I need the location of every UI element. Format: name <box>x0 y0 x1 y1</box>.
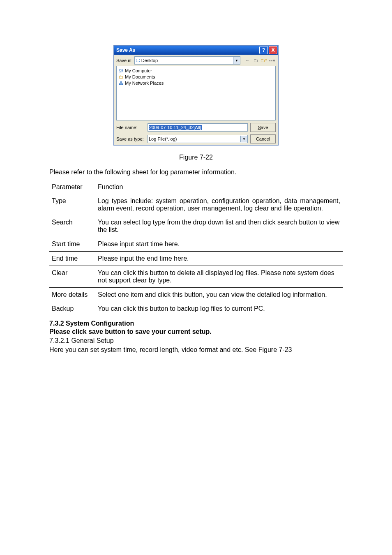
figure-caption: Figure 7-22 <box>49 154 343 161</box>
intro-text: Please refer to the following sheet for … <box>49 169 343 176</box>
close-icon[interactable]: X <box>269 46 277 54</box>
file-name-input[interactable]: 2009-07-10 11_24_32[All] <box>148 123 248 132</box>
list-item[interactable]: 🖧 My Network Places <box>118 80 274 86</box>
param-desc: Please input the end time here. <box>95 252 343 266</box>
save-as-dialog-container: Save As ? X Save in: 🖵 Desktop ▼ <box>49 45 343 146</box>
desktop-icon: 🖵 <box>136 58 140 63</box>
save-as-type-label: Save as type: <box>116 136 145 141</box>
param-desc: You can click this button to backup log … <box>95 302 343 316</box>
item-label: My Computer <box>125 68 152 73</box>
up-icon[interactable]: 🗀 <box>252 57 259 64</box>
file-browser[interactable]: 🖳 My Computer 🗀 My Documents 🖧 My Networ… <box>116 66 276 120</box>
save-button[interactable]: Save <box>250 123 276 132</box>
param-name: Clear <box>49 266 95 288</box>
col-header-function: Function <box>95 180 343 194</box>
section-note: Please click save button to save your cu… <box>49 328 343 335</box>
param-name: Search <box>49 215 95 237</box>
subsection-text: Here you can set system time, record len… <box>49 346 343 354</box>
item-label: My Network Places <box>125 81 164 86</box>
param-name: End time <box>49 252 95 266</box>
param-desc: You can click this button to delete all … <box>95 266 343 288</box>
save-in-value: Desktop <box>141 58 158 63</box>
save-as-type-dropdown[interactable]: Log File(*.log) ▼ <box>148 135 248 143</box>
subsection-heading-7321: 7.3.2.1 General Setup <box>49 337 343 345</box>
computer-icon: 🖳 <box>118 68 124 74</box>
file-name-label: File name: <box>116 125 145 130</box>
col-header-parameter: Parameter <box>49 180 95 194</box>
save-as-type-value: Log File(*.log) <box>149 136 177 141</box>
param-desc: Please input start time here. <box>95 237 343 252</box>
views-icon[interactable]: ☷▾ <box>268 57 276 64</box>
list-item[interactable]: 🖳 My Computer <box>118 67 274 74</box>
parameter-table: Parameter Function Type Log types includ… <box>49 180 343 316</box>
folder-icon: 🗀 <box>118 74 124 80</box>
item-label: My Documents <box>125 74 155 79</box>
file-name-value: 2009-07-10 11_24_32[All] <box>149 125 202 130</box>
cancel-button[interactable]: Cancel <box>250 134 276 143</box>
param-desc: You can select log type from the drop do… <box>95 215 343 237</box>
chevron-down-icon[interactable]: ▼ <box>240 136 247 142</box>
chevron-down-icon[interactable]: ▼ <box>233 57 240 64</box>
list-item[interactable]: 🗀 My Documents <box>118 74 274 80</box>
dialog-body: Save in: 🖵 Desktop ▼ ← 🗀 🗀* ☷▾ <box>114 55 278 145</box>
dialog-title: Save As <box>116 47 259 53</box>
save-in-label: Save in: <box>116 58 133 63</box>
param-desc: Select one item and click this button, y… <box>95 288 343 302</box>
param-name: More details <box>49 288 95 302</box>
new-folder-icon[interactable]: 🗀* <box>260 57 267 64</box>
param-name: Type <box>49 194 95 215</box>
network-icon: 🖧 <box>118 80 124 86</box>
save-as-dialog: Save As ? X Save in: 🖵 Desktop ▼ <box>113 45 279 146</box>
section-heading-732: 7.3.2 System Configuration <box>49 320 343 327</box>
titlebar: Save As ? X <box>114 46 278 55</box>
param-name: Start time <box>49 237 95 252</box>
param-name: Backup <box>49 302 95 316</box>
help-icon[interactable]: ? <box>259 46 268 54</box>
param-desc: Log types include: system operation, con… <box>95 194 343 215</box>
back-icon[interactable]: ← <box>244 57 251 64</box>
save-in-dropdown[interactable]: 🖵 Desktop ▼ <box>134 56 240 65</box>
